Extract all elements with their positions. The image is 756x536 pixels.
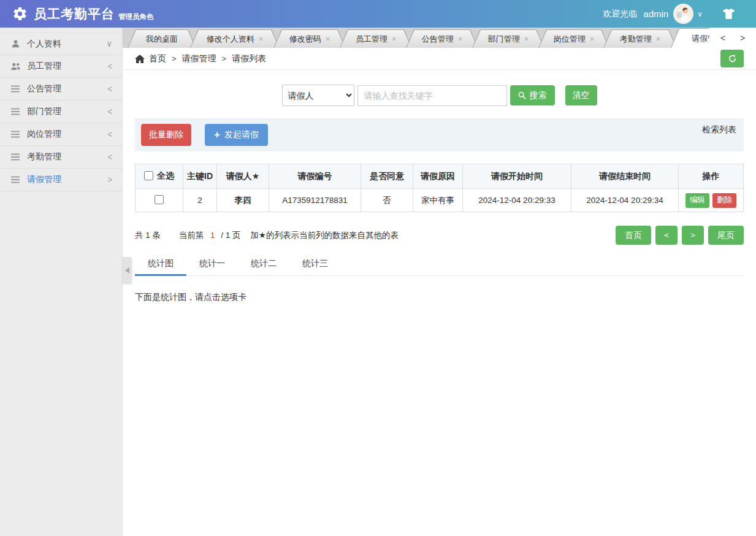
user-icon [10,39,21,48]
app-title: 员工考勤平台 [34,6,115,23]
sidebar-item-leave-mgmt[interactable]: 请假管理 > [0,169,122,191]
tab-announcement-mgmt[interactable]: 公告管理 × [406,29,478,48]
cell-key-id: 2 [183,189,217,212]
col-leave-code: 请假编号 [269,164,361,189]
chevron-left-icon: < [107,107,112,117]
list-icon [10,108,21,115]
col-key-id: 主键ID [183,164,217,189]
total-count: 共 1 条 [135,231,161,240]
tab-employee-mgmt[interactable]: 员工管理 × [340,29,412,48]
stats-tabs: 统计图 统计一 统计二 统计三 [135,252,744,276]
user-menu-caret-icon[interactable]: ∨ [697,10,703,18]
breadcrumb-leave-mgmt[interactable]: 请假管理 [182,53,216,64]
stats-tab-one[interactable]: 统计一 [186,252,238,276]
cell-leave-code: A1735912178831 [269,189,361,212]
refresh-button[interactable] [720,50,744,67]
pagination: 共 1 条 当前第 1 / 1 页 加★的列表示当前列的数据来自其他的表 首页 … [135,226,744,245]
tab-scroll-prev-icon[interactable]: < [717,32,729,44]
chevron-left-icon: < [107,152,112,163]
panel-title: 检索列表 [702,124,738,136]
chevron-left-icon: < [107,84,112,94]
stats-tab-three[interactable]: 统计三 [289,252,341,276]
select-all-checkbox[interactable] [144,171,153,180]
refresh-icon [728,54,737,63]
tab-bar: 我的桌面 修改个人资料 × 修改密码 × [123,28,756,48]
batch-delete-button[interactable]: 批量删除 [141,124,191,146]
close-icon[interactable]: × [326,34,330,44]
cell-start-time: 2024-12-04 20:29:33 [463,189,571,212]
breadcrumb-separator: > [172,54,177,63]
breadcrumb-home[interactable]: 首页 [149,53,166,64]
sidebar-item-announcement-mgmt[interactable]: 公告管理 < [0,78,122,101]
next-page-button[interactable]: > [682,226,704,245]
avatar[interactable] [673,4,693,24]
close-icon[interactable]: × [524,34,529,44]
close-icon[interactable]: × [392,34,397,44]
first-page-button[interactable]: 首页 [616,226,651,245]
prev-page-button[interactable]: < [655,226,678,245]
create-leave-button[interactable]: + 发起请假 [205,124,268,146]
col-end-time: 请假结束时间 [571,164,679,189]
sidebar-item-personal-profile[interactable]: 个人资料 ∨ [0,33,122,55]
star-note: 加★的列表示当前列的数据来自其他的表 [250,231,399,240]
last-page-button[interactable]: 尾页 [708,226,744,245]
stats-note: 下面是统计图，请点击选项卡 [135,292,744,303]
clear-button[interactable]: 清空 [565,85,597,105]
col-reason: 请假原因 [413,164,463,189]
leave-table: 全选 主键ID 请假人★ 请假编号 是否同意 请假原因 请假开始时间 请假结束时… [135,164,744,212]
cell-leave-person: 李四 [217,189,269,212]
breadcrumb-leave-list[interactable]: 请假列表 [232,53,266,64]
close-icon[interactable]: × [458,34,463,44]
app-header: 员工考勤平台 管理员角色 欢迎光临 admin ∨ [0,0,756,28]
sidebar-item-department-mgmt[interactable]: 部门管理 < [0,101,122,123]
chevron-right-icon: > [107,175,112,185]
row-checkbox[interactable] [155,195,164,204]
tab-attendance-mgmt[interactable]: 考勤管理 × [603,29,677,48]
search-input[interactable] [357,85,507,106]
tab-edit-profile[interactable]: 修改个人资料 × [190,29,280,48]
list-icon [10,85,21,93]
stats-tab-chart[interactable]: 统计图 [135,252,186,276]
table-toolbar: 批量删除 + 发起请假 检索列表 [135,118,744,151]
close-icon[interactable]: × [590,34,595,44]
role-badge: 管理员角色 [118,12,154,21]
tab-department-mgmt[interactable]: 部门管理 × [472,29,544,48]
plus-icon: + [214,129,220,140]
search-button[interactable]: 搜索 [510,85,555,105]
list-icon [10,153,21,161]
sidebar-collapse-handle[interactable] [123,257,132,284]
tab-change-password[interactable]: 修改密码 × [273,29,346,48]
tshirt-theme-icon[interactable] [722,9,735,19]
tab-leave-mgmt[interactable]: 请假管理 [671,28,709,48]
list-icon [10,176,21,183]
edit-button[interactable]: 编辑 [685,193,709,208]
cell-agreed: 否 [361,189,413,212]
sidebar-item-employee-mgmt[interactable]: 员工管理 < [0,55,122,78]
close-icon[interactable]: × [656,34,661,44]
table-header-row: 全选 主键ID 请假人★ 请假编号 是否同意 请假原因 请假开始时间 请假结束时… [136,164,744,189]
table-row: 2 李四 A1735912178831 否 家中有事 2024-12-04 20… [136,189,744,212]
sidebar: 个人资料 ∨ 员工管理 < 公告管理 < 部门管理 < [0,28,123,536]
chevron-left-icon: < [107,61,112,72]
tab-my-desktop[interactable]: 我的桌面 [128,29,196,48]
chevron-left-icon: < [107,129,112,140]
current-page-number: 1 [210,231,215,240]
col-agreed: 是否同意 [361,164,413,189]
close-icon[interactable]: × [259,34,264,44]
sidebar-item-attendance-mgmt[interactable]: 考勤管理 < [0,146,122,169]
leave-list-panel: 请假人 搜索 清空 批量删除 + 发起 [123,70,756,536]
stats-tab-two[interactable]: 统计二 [238,252,289,276]
username: admin [643,9,668,19]
sidebar-item-position-mgmt[interactable]: 岗位管理 < [0,123,122,146]
gear-icon [12,6,28,21]
col-actions: 操作 [679,164,744,189]
delete-button[interactable]: 删除 [712,193,736,208]
chevron-left-icon [125,267,129,274]
cell-end-time: 2024-12-04 20:29:34 [571,189,679,212]
col-leave-person: 请假人★ [217,164,269,189]
search-icon [518,91,526,99]
tab-scroll-next-icon[interactable]: > [736,32,749,44]
chevron-down-icon: ∨ [106,39,112,49]
search-field-select[interactable]: 请假人 [282,85,354,106]
tab-position-mgmt[interactable]: 岗位管理 × [538,29,609,48]
